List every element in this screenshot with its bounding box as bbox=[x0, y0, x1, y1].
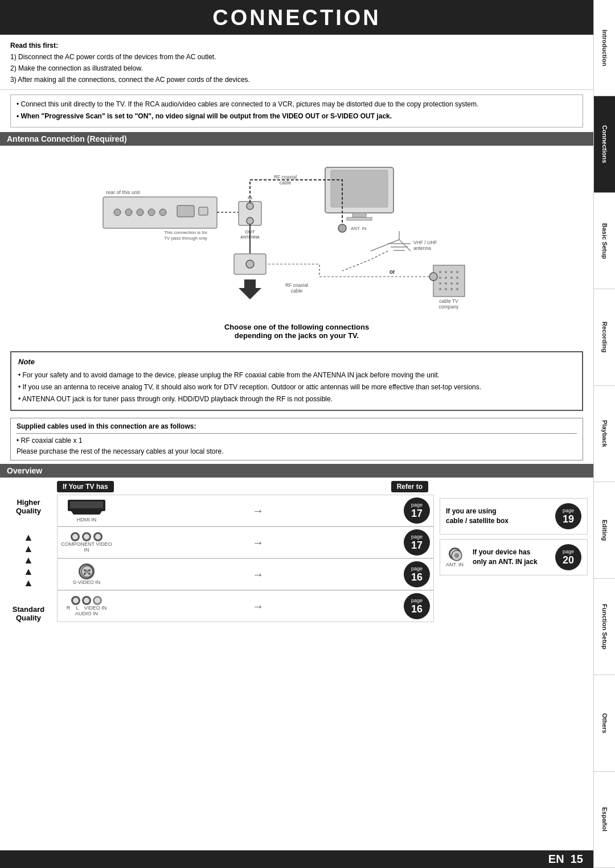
svg-point-41 bbox=[450, 277, 453, 279]
svg-point-36 bbox=[445, 271, 447, 273]
svg-marker-57 bbox=[239, 279, 261, 299]
ant-svg bbox=[450, 549, 463, 562]
overview-section: Overview HigherQuality ▲ ▲ ▲ ▲ ▲ Standar… bbox=[0, 464, 593, 628]
hdmi-page-num: 17 bbox=[411, 508, 423, 520]
svg-marker-60 bbox=[71, 511, 102, 515]
hdmi-label: HDMI IN bbox=[77, 517, 97, 523]
note-title: Note bbox=[18, 356, 575, 368]
sidebar-item-basic-setup[interactable]: Basic Setup bbox=[594, 193, 615, 289]
svg-point-22 bbox=[338, 224, 346, 232]
svg-text:antenna: antenna bbox=[413, 245, 431, 251]
component-page-badge: page 17 bbox=[404, 529, 430, 556]
tv-conn-row-av: R L VIDEO IN AUDIO IN → page 16 bbox=[57, 590, 434, 622]
svg-point-14 bbox=[247, 203, 253, 209]
svg-line-26 bbox=[371, 240, 399, 251]
hdmi-icon-area: HDMI IN bbox=[61, 499, 112, 523]
svideo-icon-area: S-VIDEO IN bbox=[61, 563, 112, 585]
arrow-2: ▲ bbox=[23, 544, 34, 554]
svg-point-65 bbox=[88, 573, 91, 575]
quality-higher-label: HigherQuality bbox=[16, 498, 41, 515]
svg-point-2 bbox=[125, 209, 132, 216]
ant-in-icon-area: ANT. IN bbox=[446, 548, 464, 567]
page-title: CONNECTION bbox=[0, 0, 593, 35]
sidebar-item-recording[interactable]: Recording bbox=[594, 289, 615, 385]
svg-text:TV pass through only: TV pass through only bbox=[164, 236, 207, 241]
tv-conn-row-component: COMPONENT VIDEO IN → page 17 bbox=[57, 526, 434, 558]
arrow-1: ▲ bbox=[23, 532, 34, 542]
sidebar-item-others[interactable]: Others bbox=[594, 675, 615, 771]
av-label: R L VIDEO IN bbox=[67, 605, 107, 611]
cable-satellite-page-badge: page 19 bbox=[555, 503, 581, 529]
hdmi-arrow: → bbox=[117, 504, 399, 517]
refer-to-header: Refer to bbox=[391, 481, 428, 492]
sidebar-item-function-setup[interactable]: Function Setup bbox=[594, 579, 615, 675]
main-content: CONNECTION Read this first: 1) Disconnec… bbox=[0, 0, 593, 868]
svg-point-64 bbox=[84, 573, 86, 575]
diagram-caption: Choose one of the following connections … bbox=[10, 323, 583, 340]
svideo-page-num: 16 bbox=[411, 571, 423, 583]
supplied-cables-box: Supplied cables used in this connection … bbox=[10, 418, 583, 461]
arrow-3: ▲ bbox=[23, 555, 34, 565]
title-text: CONNECTION bbox=[212, 6, 380, 30]
ant-in-text: If your device has only an ANT. IN jack bbox=[468, 548, 551, 567]
rca-plug-3 bbox=[93, 532, 102, 541]
warning-line1: • Connect this unit directly to the TV. … bbox=[17, 99, 577, 109]
cable-satellite-line2: cable / satellite box bbox=[446, 517, 509, 525]
component-icon bbox=[71, 532, 102, 541]
arrow-4: ▲ bbox=[23, 566, 34, 577]
rca-video bbox=[93, 596, 102, 605]
antenna-diagram: rear of this unit This connection is for… bbox=[0, 146, 593, 348]
svg-rect-6 bbox=[177, 205, 194, 217]
component-page-num: 17 bbox=[411, 540, 423, 552]
svg-rect-21 bbox=[347, 217, 372, 220]
bottom-bar: EN 15 bbox=[0, 850, 593, 868]
sidebar-item-playback[interactable]: Playback bbox=[594, 386, 615, 482]
svg-text:RF coaxial: RF coaxial bbox=[274, 174, 297, 180]
cable-satellite-text: If you are using cable / satellite box bbox=[446, 507, 551, 526]
sidebar-item-espanol[interactable]: Español bbox=[594, 772, 615, 868]
sidebar-item-connections[interactable]: Connections bbox=[594, 96, 615, 192]
component-arrow: → bbox=[117, 536, 399, 549]
svg-text:This connection is for: This connection is for bbox=[164, 230, 207, 235]
step3: 3) After making all the connections, con… bbox=[10, 75, 583, 85]
av-page-badge: page 16 bbox=[404, 593, 430, 619]
hdmi-page-badge: page 17 bbox=[404, 497, 430, 524]
svg-rect-7 bbox=[199, 207, 208, 215]
supplied-item-1: • RF coaxial cable x 1 bbox=[17, 435, 577, 446]
overview-header: Overview bbox=[0, 464, 593, 478]
svg-point-25 bbox=[246, 260, 254, 268]
svg-rect-34 bbox=[433, 265, 465, 297]
av-page-num: 16 bbox=[411, 603, 423, 615]
svg-point-42 bbox=[456, 277, 458, 279]
read-first-label: Read this first: bbox=[10, 40, 583, 51]
svg-point-40 bbox=[445, 277, 447, 279]
rca-l bbox=[82, 596, 91, 605]
sidebar-item-introduction[interactable]: Introduction bbox=[594, 0, 615, 96]
if-your-tv-has-header: If Your TV has bbox=[57, 481, 114, 492]
ant-in-box: ANT. IN If your device has only an ANT. … bbox=[440, 539, 588, 575]
av-icon bbox=[71, 596, 102, 605]
svg-point-47 bbox=[439, 288, 441, 290]
cable-satellite-page-num: 19 bbox=[563, 513, 574, 525]
intro-section: Read this first: 1) Disconnect the AC po… bbox=[0, 35, 593, 90]
tv-header-row: If Your TV has Refer to bbox=[57, 481, 434, 492]
rear-label: rear of this unit bbox=[106, 190, 140, 195]
ant-in-line2: only an ANT. IN jack bbox=[473, 558, 538, 566]
ant-in-page-num: 20 bbox=[563, 554, 574, 566]
svg-point-37 bbox=[450, 271, 453, 273]
step2: 2) Make the connection as illustrated be… bbox=[10, 63, 583, 73]
av-icon-area: R L VIDEO IN AUDIO IN bbox=[61, 596, 112, 616]
svideo-page-badge: page 16 bbox=[404, 561, 430, 587]
svg-rect-59 bbox=[70, 501, 103, 508]
svg-text:RF coaxial: RF coaxial bbox=[285, 282, 308, 288]
arrow-5: ▲ bbox=[23, 578, 34, 588]
language-code: EN bbox=[548, 853, 564, 866]
svg-point-5 bbox=[159, 209, 166, 216]
tv-connections-column: If Your TV has Refer to HDMI IN bbox=[57, 481, 434, 622]
antenna-section-header: Antenna Connection (Required) bbox=[0, 132, 593, 146]
warning-box: • Connect this unit directly to the TV. … bbox=[10, 94, 583, 127]
antenna-diagram-svg: rear of this unit This connection is for… bbox=[10, 151, 583, 316]
sidebar-item-editing[interactable]: Editing bbox=[594, 482, 615, 578]
note-2: • If you use an antenna to receive analo… bbox=[18, 382, 575, 392]
warning-line2: • When "Progressive Scan" is set to "ON"… bbox=[17, 111, 577, 121]
